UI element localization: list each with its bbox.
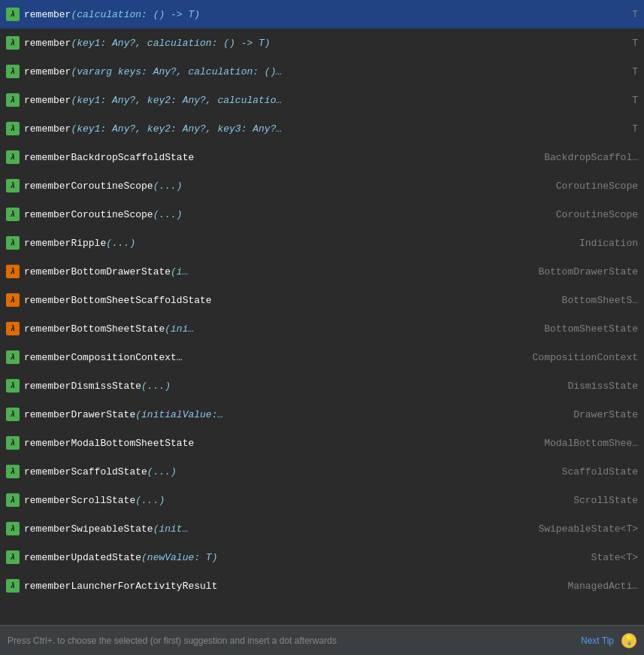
item-name: rememberBottomSheetState(ini… [24,323,544,335]
function-icon: λ [6,493,20,507]
function-icon: λ [6,150,20,164]
item-type: BottomSheetS… [548,295,638,306]
item-name: rememberDrawerState(initialValue:… [24,409,548,420]
autocomplete-list: λremember(calculation: () -> T)Tλremembe… [0,0,644,625]
item-name: remember(calculation: () -> T) [24,9,548,20]
function-icon: λ [6,293,20,307]
item-type: State<T> [548,552,638,563]
item-type: BottomSheetState [544,323,638,335]
item-name: rememberRipple(...) [24,238,548,249]
function-icon: λ [6,93,20,107]
list-item[interactable]: λrememberSwipeableState(init…SwipeableSt… [0,514,644,543]
list-item[interactable]: λrememberCoroutineScope(...)CoroutineSco… [0,200,644,229]
item-name: rememberModalBottomSheetState [24,438,544,449]
list-item[interactable]: λrememberCoroutineScope(...)CoroutineSco… [0,171,644,200]
function-icon: λ [6,122,20,135]
function-icon: λ [6,265,20,278]
function-icon: λ [6,236,20,250]
function-icon: λ [6,179,20,193]
item-name: rememberDismissState(...) [24,381,548,392]
function-icon: λ [6,465,20,478]
item-type: DrawerState [548,409,638,420]
item-name: remember(key1: Any?, key2: Any?, key3: A… [24,123,548,135]
item-type: ManagedActi… [548,581,638,592]
item-name: rememberBackdropScaffoldState [24,152,544,163]
item-type: T [548,38,638,49]
list-item[interactable]: λrememberRipple(...)Indication [0,229,644,257]
status-bar: Press Ctrl+. to choose the selected (or … [0,625,644,655]
list-item[interactable]: λrememberLauncherForActivityResultManage… [0,572,644,600]
item-type: Indication [548,238,638,249]
list-item[interactable]: λrememberScaffoldState(...)ScaffoldState [0,457,644,486]
function-icon: λ [6,350,20,364]
list-item[interactable]: λrememberDismissState(...)DismissState [0,371,644,400]
function-icon: λ [6,379,20,393]
list-item[interactable]: λremember(key1: Any?, key2: Any?, key3: … [0,114,644,143]
function-icon: λ [6,36,20,50]
item-type: CompositionContext [533,352,638,363]
list-item[interactable]: λremember(vararg keys: Any?, calculation… [0,57,644,86]
item-name: rememberBottomSheetScaffoldState [24,295,548,306]
item-type: DismissState [548,381,638,392]
item-name: remember(vararg keys: Any?, calculation:… [24,66,548,77]
item-name: rememberScrollState(...) [24,495,548,506]
item-name: rememberLauncherForActivityResult [24,581,548,592]
function-icon: λ [6,522,20,535]
list-item[interactable]: λremember(key1: Any?, calculation: () ->… [0,29,644,57]
item-type: ScrollState [548,495,638,506]
item-type: BottomDrawerState [538,266,638,277]
item-type: CoroutineScope [548,180,638,192]
item-type: ScaffoldState [548,466,638,478]
item-type: T [548,123,638,135]
item-type: BackdropScaffol… [544,152,638,163]
item-name: rememberScaffoldState(...) [24,466,548,478]
function-icon: λ [6,579,20,593]
function-icon: λ [6,8,20,21]
item-name: rememberCompositionContext… [24,352,533,363]
item-type: SwipeableState<T> [538,523,638,535]
list-item[interactable]: λremember(calculation: () -> T)T [0,0,644,29]
item-type: CoroutineScope [548,209,638,220]
item-name: remember(key1: Any?, key2: Any?, calcula… [24,95,548,106]
list-item[interactable]: λrememberScrollState(...)ScrollState [0,486,644,514]
list-item[interactable]: λrememberBackdropScaffoldStateBackdropSc… [0,143,644,171]
item-name: rememberCoroutineScope(...) [24,209,548,220]
item-name: rememberBottomDrawerState(i… [24,266,538,277]
list-item[interactable]: λrememberCompositionContext…CompositionC… [0,343,644,371]
item-type: T [548,66,638,77]
list-item[interactable]: λrememberUpdatedState(newValue: T)State<… [0,543,644,572]
function-icon: λ [6,408,20,421]
item-name: rememberSwipeableState(init… [24,523,538,535]
item-type: T [548,95,638,106]
list-item[interactable]: λrememberBottomSheetState(ini…BottomShee… [0,314,644,343]
item-name: remember(key1: Any?, calculation: () -> … [24,38,548,49]
item-name: rememberCoroutineScope(...) [24,180,548,192]
function-icon: λ [6,322,20,335]
list-item[interactable]: λrememberDrawerState(initialValue:…Drawe… [0,400,644,429]
status-text: Press Ctrl+. to choose the selected (or … [8,635,576,646]
list-item[interactable]: λrememberModalBottomSheetStateModalBotto… [0,429,644,457]
function-icon: λ [6,550,20,564]
list-item[interactable]: λremember(key1: Any?, key2: Any?, calcul… [0,86,644,114]
function-icon: λ [6,436,20,450]
item-name: rememberUpdatedState(newValue: T) [24,552,548,563]
item-type: T [548,9,638,20]
list-item[interactable]: λrememberBottomSheetScaffoldStateBottomS… [0,286,644,314]
bulb-icon[interactable]: 💡 [621,633,636,648]
list-item[interactable]: λrememberBottomDrawerState(i…BottomDrawe… [0,257,644,286]
item-type: ModalBottomShee… [544,438,638,449]
function-icon: λ [6,208,20,221]
function-icon: λ [6,65,20,78]
next-tip-link[interactable]: Next Tip [581,635,614,646]
